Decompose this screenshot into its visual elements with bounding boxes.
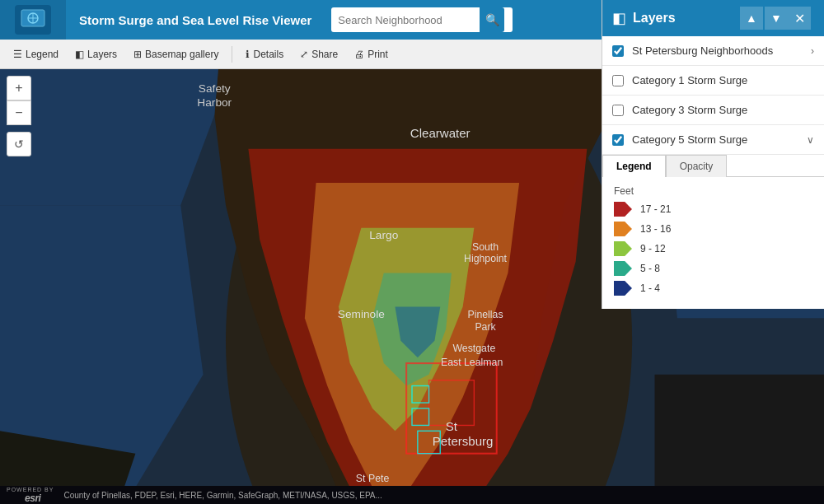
basemap-button[interactable]: ⊞ Basemap gallery (127, 45, 225, 63)
legend-row-17-21: 17 - 21 (614, 202, 812, 217)
layer-item-cat1[interactable]: Category 1 Storm Surge (602, 66, 824, 96)
layers-scroll-down-button[interactable]: ▼ (765, 7, 788, 30)
svg-text:Clearwater: Clearwater (410, 126, 471, 140)
legend-row-1-4: 1 - 4 (614, 281, 812, 296)
svg-text:Largo: Largo (369, 229, 398, 241)
layer-label-cat1: Category 1 Storm Surge (632, 74, 814, 86)
svg-text:Pinellas: Pinellas (467, 309, 503, 320)
legend-row-5-8: 5 - 8 (614, 261, 812, 276)
share-button[interactable]: ⤢ Share (293, 45, 344, 63)
esri-logo-text: POWERED BY (7, 487, 54, 492)
layers-button[interactable]: ◧ Layers (68, 45, 124, 63)
layer-label-st-pete: St Petersburg Neighborhoods (632, 44, 811, 57)
legend-swatch-13-16 (614, 222, 632, 236)
svg-text:Highpoint: Highpoint (464, 253, 508, 264)
layer-chevron-cat5: ∨ (807, 134, 814, 146)
layer-item-cat3[interactable]: Category 3 Storm Surge (602, 96, 824, 125)
basemap-icon: ⊞ (133, 49, 142, 60)
refresh-button[interactable]: ↺ (7, 132, 31, 156)
svg-text:Park: Park (475, 321, 496, 333)
legend-range-9-12: 9 - 12 (640, 243, 666, 254)
zoom-out-button[interactable]: − (7, 100, 31, 125)
layer-item-cat5[interactable]: Category 5 Storm Surge ∨ (602, 125, 824, 155)
layers-panel-icon: ◧ (612, 9, 626, 27)
svg-text:St: St (446, 419, 458, 433)
logo-icon (20, 8, 46, 31)
legend-row-9-12: 9 - 12 (614, 241, 812, 256)
legend-range-5-8: 5 - 8 (640, 263, 660, 274)
layer-item-st-pete[interactable]: St Petersburg Neighborhoods › (602, 36, 824, 66)
legend-range-13-16: 13 - 16 (640, 223, 671, 235)
layer-checkbox-cat1[interactable] (612, 75, 624, 86)
map-zoom-controls: + − ↺ (7, 76, 31, 156)
layers-panel: ◧ Layers ▲ ▼ ✕ St Petersburg Neighborhoo… (602, 0, 824, 309)
info-icon: ℹ (246, 49, 250, 60)
attribution-text: County of Pinellas, FDEP, Esri, HERE, Ga… (63, 491, 382, 500)
legend-swatch-1-4 (614, 281, 632, 296)
layers-panel-title: Layers (633, 11, 740, 26)
search-box[interactable]: 🔍 (331, 7, 513, 32)
svg-text:St Pete: St Pete (356, 473, 390, 484)
legend-row-13-16: 13 - 16 (614, 222, 812, 236)
status-bar: POWERED BY esri County of Pinellas, FDEP… (0, 486, 824, 504)
layer-label-cat5: Category 5 Storm Surge (632, 133, 807, 146)
svg-text:Safety: Safety (199, 82, 231, 95)
legend-swatch-17-21 (614, 202, 632, 217)
legend-range-17-21: 17 - 21 (640, 203, 671, 215)
legend-unit-label: Feet (614, 185, 812, 197)
layers-icon: ◧ (75, 49, 84, 60)
legend-range-1-4: 1 - 4 (640, 282, 660, 294)
legend-swatch-5-8 (614, 261, 632, 276)
svg-text:Seminole: Seminole (338, 308, 385, 320)
legend-tabs: Legend Opacity (602, 155, 824, 177)
legend-icon: ☰ (13, 49, 22, 60)
esri-wordmark: esri (25, 492, 40, 504)
esri-powered-by: POWERED BY esri (7, 487, 59, 504)
legend-button[interactable]: ☰ Legend (7, 45, 65, 63)
logo-box (0, 0, 66, 40)
legend-swatch-9-12 (614, 241, 632, 256)
legend-content: Feet 17 - 21 13 - 16 9 - 12 5 - 8 1 - 4 (602, 177, 824, 309)
app-title: Storm Surge and Sea Level Rise Viewer (66, 13, 325, 27)
layer-checkbox-cat5[interactable] (612, 134, 624, 146)
app-logo (15, 5, 51, 35)
close-layers-button[interactable]: ✕ (788, 7, 811, 30)
layer-checkbox-st-pete[interactable] (612, 45, 624, 57)
layers-panel-header: ◧ Layers ▲ ▼ ✕ (602, 0, 824, 36)
svg-text:Westgate: Westgate (452, 343, 495, 354)
print-icon: 🖨 (354, 49, 364, 60)
details-button[interactable]: ℹ Details (239, 45, 290, 63)
zoom-in-button[interactable]: + (7, 76, 31, 100)
svg-text:Petersburg: Petersburg (433, 434, 494, 448)
search-input[interactable] (331, 8, 480, 31)
svg-text:East Lealman: East Lealman (441, 357, 503, 368)
tab-legend[interactable]: Legend (602, 155, 666, 177)
svg-text:South: South (472, 241, 499, 253)
svg-text:Harbor: Harbor (197, 96, 232, 109)
toolbar-separator (232, 46, 232, 63)
share-icon: ⤢ (300, 49, 308, 60)
print-button[interactable]: 🖨 Print (348, 45, 395, 63)
layers-scroll-up-button[interactable]: ▲ (740, 7, 763, 30)
layer-label-cat3: Category 3 Storm Surge (632, 104, 814, 116)
layer-chevron-st-pete: › (811, 45, 814, 57)
search-button[interactable]: 🔍 (480, 7, 504, 32)
tab-opacity[interactable]: Opacity (666, 155, 728, 177)
layer-checkbox-cat3[interactable] (612, 105, 624, 116)
